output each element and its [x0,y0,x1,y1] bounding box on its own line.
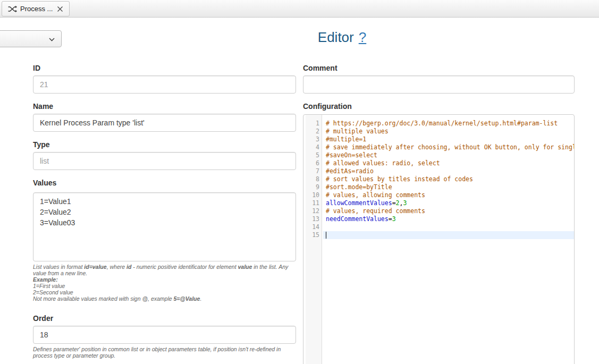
chevron-down-icon [49,38,55,41]
name-field-group: Name [33,101,296,132]
configuration-field-group: Configuration 123456789101112131415 # ht… [303,101,575,364]
code-gutter: 123456789101112131415 [306,115,322,364]
comment-field-group: Comment [303,63,575,94]
tab-label: Process ... [20,5,53,13]
param-type-select[interactable] [0,30,62,47]
type-label: Type [33,140,296,149]
order-input[interactable] [33,326,296,344]
values-textarea[interactable]: 1=Value1 2=Value2 3=Value03 [33,192,296,261]
order-field-group: Order Defines parameter' position in com… [33,314,296,359]
configuration-code-editor[interactable]: 123456789101112131415 # https://bgerp.or… [303,114,575,364]
configuration-label: Configuration [303,101,575,111]
values-help-text: List values in format id=value, where id… [33,264,296,302]
name-input[interactable] [33,114,296,132]
id-input[interactable] [33,75,296,94]
page-title: Editor? [85,29,599,46]
comment-label: Comment [303,63,575,73]
type-field-group: Type [33,140,296,170]
name-label: Name [33,101,296,111]
order-label: Order [33,314,296,323]
values-field-group: Values 1=Value1 2=Value2 3=Value03 List … [33,178,296,302]
close-icon [57,6,63,12]
page-title-text: Editor [318,29,354,45]
form-left-column: ID Name Type Values 1=Value1 2=Value2 3=… [33,63,296,364]
type-input[interactable] [33,152,296,170]
order-help-text: Defines parameter' position in common li… [33,346,296,359]
tab-bar: Process ... [0,0,599,18]
id-label: ID [33,63,296,73]
help-link[interactable]: ? [359,29,366,45]
comment-input[interactable] [303,75,575,94]
form-right-column: Comment Configuration 123456789101112131… [303,63,575,364]
tab-process[interactable]: Process ... [2,1,70,16]
code-lines: # https://bgerp.org/doc/3.0/manual/kerne… [323,115,574,239]
values-label: Values [33,178,296,188]
id-field-group: ID [33,63,296,94]
shuffle-icon [8,5,17,13]
tab-close-button[interactable] [57,6,63,12]
